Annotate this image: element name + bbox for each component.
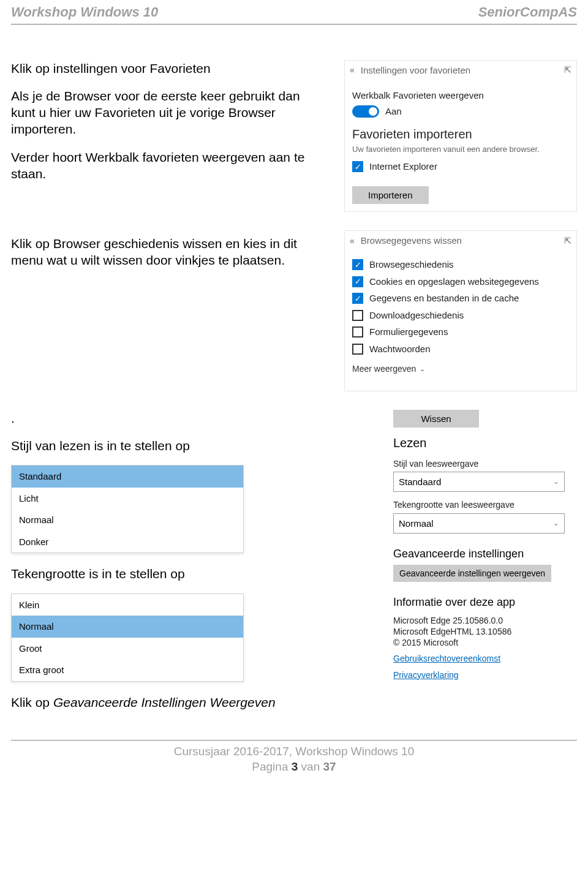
advanced-instruction: Klik op Geavanceerde Instellingen Weerge… [11,694,327,711]
about-line-1: Microsoft Edge 25.10586.0.0 [393,615,577,626]
reading-style-value: Standaard [399,476,441,488]
privacy-link[interactable]: Privacyverklaring [393,669,577,681]
dropdown-option[interactable]: Normaal [12,509,243,531]
dropdown-option[interactable]: Donker [12,531,243,553]
reading-size-dropdown[interactable]: KleinNormaalGrootExtra groot [11,594,244,682]
import-favorites-subtext: Uw favorieten importeren vanuit een ande… [352,145,569,155]
clear-item-label: Formuliergegevens [369,326,448,338]
instruction-favorites-p2: Verder hoort Werkbalk favorieten weergev… [11,149,327,183]
reading-size-select[interactable]: Normaal ⌄ [393,513,565,534]
clear-item-label: Browsegeschiedenis [369,258,454,271]
clear-item-row: Browsegeschiedenis [352,258,569,271]
back-icon[interactable]: « [350,64,355,75]
dropdown-option[interactable]: Normaal [12,616,243,638]
reading-style-dropdown[interactable]: StandaardLichtNormaalDonker [11,465,244,553]
import-button[interactable]: Importeren [352,186,429,204]
show-more-label: Meer weergeven [352,363,416,374]
dropdown-option[interactable]: Licht [12,488,243,510]
fav-toolbar-toggle[interactable] [352,105,379,118]
chevron-down-icon: ⌄ [553,477,559,487]
reading-style-label: Stijl van leesweergave [393,458,577,469]
clear-item-row: Cookies en opgeslagen websitegegevens [352,276,569,288]
clear-item-checkbox[interactable] [352,326,363,337]
style-instruction: Stijl van lezen is in te stellen op [11,437,327,454]
favorites-settings-panel: « Instellingen voor favorieten ⇱ Werkbal… [344,60,577,212]
footer-page: Pagina 3 van 37 [11,760,577,775]
clear-item-row: Gegevens en bestanden in de cache [352,292,569,304]
instruction-favorites-heading: Klik op instellingen voor Favorieten [11,60,327,77]
dropdown-option[interactable]: Groot [12,638,243,660]
show-more-link[interactable]: Meer weergeven ⌄ [352,363,425,374]
footer-line1: Cursusjaar 2016-2017, Workshop Windows 1… [11,744,577,760]
dot-line: . [11,410,327,426]
about-line-2: Microsoft EdgeHTML 13.10586 [393,626,577,637]
instruction-favorites-p1: Als je de Browser voor de eerste keer ge… [11,88,327,138]
about-heading: Informatie over deze app [393,595,577,609]
fav-toolbar-label: Werkbalk Favorieten weergeven [352,89,569,102]
favorites-panel-title: Instellingen voor favorieten [361,64,470,77]
chevron-down-icon: ⌄ [553,519,559,529]
clear-item-label: Gegevens en bestanden in de cache [369,292,519,304]
ie-checkbox[interactable] [352,161,363,172]
footer-page-mid: van [298,760,323,773]
dropdown-option[interactable]: Extra groot [12,659,243,681]
reading-style-select[interactable]: Standaard ⌄ [393,472,565,492]
footer-page-pre: Pagina [252,760,291,773]
terms-link[interactable]: Gebruiksrechtovereenkomst [393,653,577,664]
dropdown-option[interactable]: Standaard [12,466,243,488]
clear-data-panel: « Browsegegevens wissen ⇱ Browsegeschied… [344,230,577,391]
clear-item-label: Wachtwoorden [369,343,431,355]
footer-page-total: 37 [323,760,336,773]
size-instruction: Tekengrootte is in te stellen op [11,565,327,582]
clear-panel-title: Browsegegevens wissen [361,235,462,247]
clear-item-checkbox[interactable] [352,344,363,355]
reading-size-value: Normaal [399,518,434,530]
fav-toolbar-toggle-state: Aan [385,105,402,118]
show-advanced-button[interactable]: Geavanceerde instellingen weergeven [393,565,551,582]
header-left: Workshop Windows 10 [11,4,158,21]
header-right: SeniorCompAS [478,4,577,21]
advanced-heading: Geavanceerde instellingen [393,547,577,561]
footer-page-num: 3 [292,760,298,773]
pin-icon[interactable]: ⇱ [564,235,571,246]
dropdown-option[interactable]: Klein [12,594,243,616]
clear-item-row: Wachtwoorden [352,343,569,355]
clear-item-checkbox[interactable] [352,310,363,321]
clear-item-checkbox[interactable] [352,259,363,270]
instruction-clear-history: Klik op Browser geschiedenis wissen en k… [11,235,327,269]
reading-heading: Lezen [393,435,577,451]
clear-button[interactable]: Wissen [393,410,479,428]
clear-item-row: Downloadgeschiedenis [352,309,569,322]
chevron-down-icon: ⌄ [420,364,425,373]
import-favorites-heading: Favorieten importeren [352,126,569,142]
advanced-instruction-em: Geavanceerde Instellingen Weergeven [53,695,276,709]
about-line-3: © 2015 Microsoft [393,637,577,648]
ie-checkbox-label: Internet Explorer [369,160,437,173]
clear-item-row: Formuliergegevens [352,326,569,338]
back-icon[interactable]: « [350,235,355,246]
pin-icon[interactable]: ⇱ [564,64,571,75]
clear-item-checkbox[interactable] [352,293,363,304]
reading-size-label: Tekengrootte van leesweergave [393,499,577,510]
clear-item-label: Cookies en opgeslagen websitegegevens [369,276,539,288]
clear-item-checkbox[interactable] [352,276,363,287]
clear-item-label: Downloadgeschiedenis [369,309,464,322]
